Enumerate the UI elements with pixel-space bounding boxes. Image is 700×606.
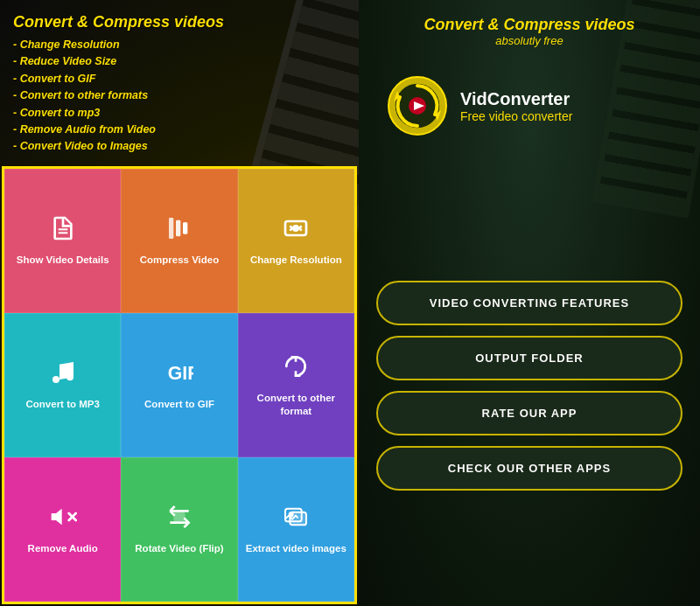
grid-cell-gif[interactable]: GIFConvert to GIF [121, 313, 237, 457]
features-grid: Show Video DetailsCompress VideoChange R… [2, 166, 357, 604]
other-icon [282, 352, 310, 387]
grid-cell-extract[interactable]: Extract video images [238, 457, 354, 602]
extract-label: Extract video images [246, 542, 346, 555]
grid-cell-remove-audio[interactable]: Remove Audio [4, 457, 121, 602]
remove-audio-icon [49, 503, 77, 537]
mp3-label: Convert to MP3 [25, 398, 99, 411]
mp3-icon [49, 359, 77, 393]
features-list: Change ResolutionReduce Video SizeConver… [13, 37, 346, 156]
grid-cell-mp3[interactable]: Convert to MP3 [4, 313, 121, 457]
right-header: Convert & Compress videos absolutly free [359, 0, 700, 56]
svg-rect-4 [183, 223, 187, 234]
resolution-label: Change Resolution [250, 254, 342, 267]
output-folder-button[interactable]: OUTPUT FOLDER [376, 336, 682, 380]
other-apps-button[interactable]: CHECK OUR OTHER APPS [376, 446, 682, 491]
svg-rect-3 [176, 220, 180, 237]
feature-item: Convert to mp3 [13, 105, 346, 122]
video-converting-button[interactable]: VIDEO CONVERTING FEATURES [376, 281, 682, 325]
feature-item: Convert to other formats [13, 87, 346, 104]
left-title: Convert & Compress videos [13, 13, 346, 31]
app-name: VidConverter [460, 89, 572, 109]
feature-item: Remove Audio from Video [13, 122, 346, 138]
grid-cell-rotate[interactable]: Rotate Video (Flip) [121, 457, 237, 602]
feature-item: Change Resolution [13, 37, 346, 53]
gif-icon: GIF [165, 359, 193, 393]
grid-cell-compress[interactable]: Compress Video [121, 169, 237, 313]
app-info: VidConverter Free video converter [460, 89, 572, 123]
right-panel: Convert & Compress videos absolutly free… [359, 0, 700, 606]
left-header: Convert & Compress videos Change Resolut… [0, 0, 359, 164]
grid-cell-show-video[interactable]: Show Video Details [4, 169, 121, 313]
resolution-icon [282, 214, 310, 248]
svg-point-7 [52, 376, 60, 383]
feature-item: Convert Video to Images [13, 138, 346, 155]
rate-app-button[interactable]: RATE OUR APP [376, 391, 682, 435]
left-panel: Convert & Compress videos Change Resolut… [0, 0, 359, 606]
extract-icon [282, 503, 310, 537]
show-video-icon [49, 214, 77, 248]
rotate-label: Rotate Video (Flip) [135, 542, 223, 555]
other-label: Convert to other format [242, 392, 350, 418]
feature-item: Convert to GIF [13, 71, 346, 87]
app-logo-icon [387, 75, 448, 136]
menu-buttons: VIDEO CONVERTING FEATURESOUTPUT FOLDERRA… [359, 164, 700, 606]
svg-point-8 [66, 374, 74, 381]
app-card: VidConverter Free video converter [376, 65, 682, 147]
grid-cell-resolution[interactable]: Change Resolution [238, 169, 354, 313]
feature-item: Reduce Video Size [13, 53, 346, 70]
grid-cell-other[interactable]: Convert to other format [238, 313, 354, 457]
gif-label: Convert to GIF [144, 398, 214, 411]
right-subtitle: absolutly free [372, 34, 687, 47]
svg-text:GIF: GIF [168, 363, 193, 384]
compress-label: Compress Video [140, 254, 220, 267]
svg-rect-12 [175, 513, 185, 520]
show-video-label: Show Video Details [17, 254, 109, 267]
compress-icon [165, 214, 193, 248]
app-tagline: Free video converter [460, 109, 572, 123]
svg-rect-2 [169, 218, 173, 239]
rotate-icon [165, 503, 193, 537]
right-title: Convert & Compress videos [372, 16, 687, 34]
remove-audio-label: Remove Audio [28, 542, 98, 555]
svg-point-6 [294, 226, 298, 231]
